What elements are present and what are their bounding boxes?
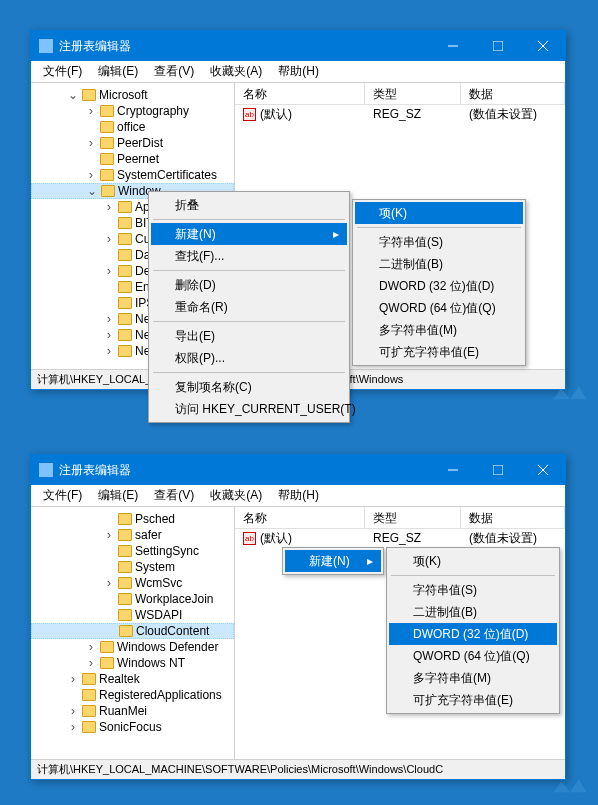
menu-view[interactable]: 查看(V) (146, 485, 202, 506)
expand-icon[interactable]: › (103, 312, 115, 326)
ctx-goto[interactable]: 访问 HKEY_CURRENT_USER(T) (151, 398, 347, 420)
folder-icon (118, 297, 132, 309)
expand-icon[interactable]: › (85, 640, 97, 654)
minimize-button[interactable] (430, 455, 475, 485)
ctx-new-qword[interactable]: QWORD (64 位)值(Q) (355, 297, 523, 319)
ctx-collapse[interactable]: 折叠 (151, 194, 347, 216)
folder-icon (118, 345, 132, 357)
list-item[interactable]: ab(默认) REG_SZ (数值未设置) (235, 105, 565, 123)
expand-icon[interactable]: › (67, 672, 79, 686)
expand-icon[interactable]: › (85, 104, 97, 118)
menu-fav[interactable]: 收藏夹(A) (202, 61, 270, 82)
expand-icon[interactable]: › (85, 656, 97, 670)
tree-node[interactable]: ›safer (31, 527, 234, 543)
expand-icon[interactable]: › (67, 704, 79, 718)
close-button[interactable] (520, 455, 565, 485)
tree-node-cloudcontent[interactable]: CloudContent (31, 623, 234, 639)
ctx-new-multi[interactable]: 多字符串值(M) (355, 319, 523, 341)
tree-node[interactable]: WorkplaceJoin (31, 591, 234, 607)
ctx-new-string[interactable]: 字符串值(S) (355, 231, 523, 253)
ctx-new-dword[interactable]: DWORD (32 位)值(D) (389, 623, 557, 645)
expand-icon[interactable]: › (103, 232, 115, 246)
list-header[interactable]: 名称 类型 数据 (235, 83, 565, 105)
tree-node[interactable]: Peernet (31, 151, 234, 167)
expand-icon[interactable]: › (103, 576, 115, 590)
menu-help[interactable]: 帮助(H) (270, 485, 327, 506)
tree-pane[interactable]: Psched ›safer SettingSync System ›WcmSvc… (31, 507, 235, 759)
close-button[interactable] (520, 31, 565, 61)
tree-node[interactable]: RegisteredApplications (31, 687, 234, 703)
list-header[interactable]: 名称 类型 数据 (235, 507, 565, 529)
maximize-button[interactable] (475, 455, 520, 485)
ctx-new-binary[interactable]: 二进制值(B) (355, 253, 523, 275)
expand-icon[interactable]: › (103, 264, 115, 278)
tree-node[interactable]: ›PeerDist (31, 135, 234, 151)
tree-node-microsoft[interactable]: ⌄Microsoft (31, 87, 234, 103)
col-type[interactable]: 类型 (365, 507, 461, 528)
titlebar[interactable]: 注册表编辑器 (31, 455, 565, 485)
context-menu-new: 项(K) 字符串值(S) 二进制值(B) DWORD (32 位)值(D) QW… (352, 199, 526, 366)
ctx-new-dword[interactable]: DWORD (32 位)值(D) (355, 275, 523, 297)
ctx-new-multi[interactable]: 多字符串值(M) (389, 667, 557, 689)
ctx-new-key[interactable]: 项(K) (389, 550, 557, 572)
menu-help[interactable]: 帮助(H) (270, 61, 327, 82)
maximize-button[interactable] (475, 31, 520, 61)
ctx-new-string[interactable]: 字符串值(S) (389, 579, 557, 601)
col-data[interactable]: 数据 (461, 507, 565, 528)
ctx-delete[interactable]: 删除(D) (151, 274, 347, 296)
expand-icon[interactable]: › (103, 344, 115, 358)
tree-node[interactable]: ›Windows Defender (31, 639, 234, 655)
separator (357, 227, 521, 228)
expand-icon[interactable]: › (67, 720, 79, 734)
col-name[interactable]: 名称 (235, 507, 365, 528)
tree-node[interactable]: ›RuanMei (31, 703, 234, 719)
ctx-new[interactable]: 新建(N) (151, 223, 347, 245)
expand-icon[interactable]: › (103, 328, 115, 342)
ctx-new-expand[interactable]: 可扩充字符串值(E) (355, 341, 523, 363)
expand-icon[interactable]: › (103, 528, 115, 542)
expand-icon[interactable]: › (103, 200, 115, 214)
ctx-find[interactable]: 查找(F)... (151, 245, 347, 267)
col-type[interactable]: 类型 (365, 83, 461, 104)
ctx-export[interactable]: 导出(E) (151, 325, 347, 347)
folder-icon (118, 577, 132, 589)
ctx-new-qword[interactable]: QWORD (64 位)值(Q) (389, 645, 557, 667)
collapse-icon[interactable]: ⌄ (67, 88, 79, 102)
expand-icon[interactable]: › (85, 168, 97, 182)
tree-node[interactable]: ›Realtek (31, 671, 234, 687)
folder-icon (118, 265, 132, 277)
tree-node[interactable]: SettingSync (31, 543, 234, 559)
folder-icon (118, 545, 132, 557)
menu-fav[interactable]: 收藏夹(A) (202, 485, 270, 506)
expand-icon[interactable]: › (85, 136, 97, 150)
col-name[interactable]: 名称 (235, 83, 365, 104)
menu-edit[interactable]: 编辑(E) (90, 61, 146, 82)
minimize-button[interactable] (430, 31, 475, 61)
folder-icon (100, 121, 114, 133)
menu-file[interactable]: 文件(F) (35, 485, 90, 506)
menu-file[interactable]: 文件(F) (35, 61, 90, 82)
ctx-rename[interactable]: 重命名(R) (151, 296, 347, 318)
tree-node[interactable]: Psched (31, 511, 234, 527)
ctx-new-key[interactable]: 项(K) (355, 202, 523, 224)
collapse-icon[interactable]: ⌄ (86, 184, 98, 198)
tree-node[interactable]: office (31, 119, 234, 135)
tree-node[interactable]: ›Windows NT (31, 655, 234, 671)
tree-node[interactable]: ›SonicFocus (31, 719, 234, 735)
menu-edit[interactable]: 编辑(E) (90, 485, 146, 506)
tree-node[interactable]: ›Cryptography (31, 103, 234, 119)
list-item[interactable]: ab(默认) REG_SZ (数值未设置) (235, 529, 565, 547)
tree-node[interactable]: ›WcmSvc (31, 575, 234, 591)
col-data[interactable]: 数据 (461, 83, 565, 104)
tree-node[interactable]: System (31, 559, 234, 575)
titlebar[interactable]: 注册表编辑器 (31, 31, 565, 61)
ctx-copykey[interactable]: 复制项名称(C) (151, 376, 347, 398)
ctx-new[interactable]: 新建(N) (285, 550, 381, 572)
tree-node[interactable]: WSDAPI (31, 607, 234, 623)
ctx-new-binary[interactable]: 二进制值(B) (389, 601, 557, 623)
ctx-permissions[interactable]: 权限(P)... (151, 347, 347, 369)
menu-view[interactable]: 查看(V) (146, 61, 202, 82)
ctx-new-expand[interactable]: 可扩充字符串值(E) (389, 689, 557, 711)
tree-node[interactable]: ›SystemCertificates (31, 167, 234, 183)
watermark (548, 770, 592, 801)
